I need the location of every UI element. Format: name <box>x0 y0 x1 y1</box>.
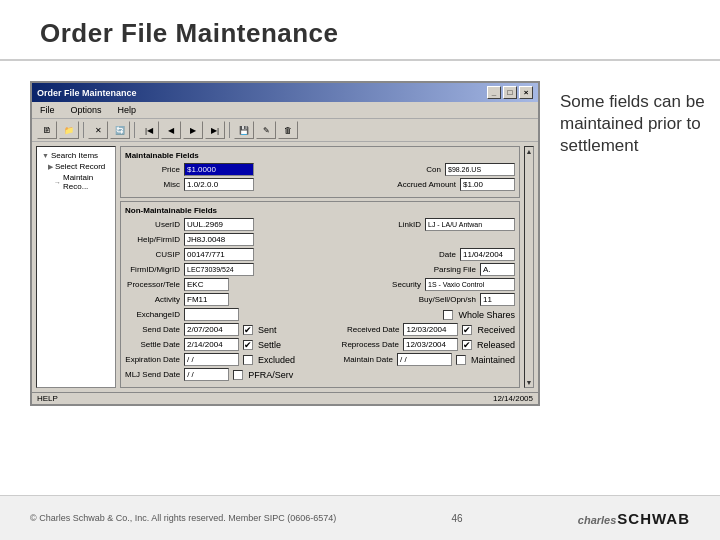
nm-row-activity: Activity FM11 Buy/Sell/Opn/sh 11 <box>125 293 515 306</box>
maximize-button[interactable]: □ <box>503 86 517 99</box>
input-misc[interactable]: 1.0/2.0.0 <box>184 178 254 191</box>
maintainable-title: Maintainable Fields <box>125 151 515 160</box>
checkbox-pfraserv[interactable] <box>233 370 243 380</box>
label-receiveddate: Received Date <box>347 325 399 334</box>
nav-arrow-2: ▶ <box>48 163 53 171</box>
nm-row-expiration: Expiration Date / / Excluded Maintain Da… <box>125 353 515 366</box>
label-misc: Misc <box>125 180 180 189</box>
label-wholeshares: Whole Shares <box>458 310 515 320</box>
label-senddate: Send Date <box>125 325 180 334</box>
input-security: 1S - Vaxio Control <box>425 278 515 291</box>
nm-row-processor: Processor/Tele EKC Security 1S - Vaxio C… <box>125 278 515 291</box>
callout-text: Some fields can be maintained prior to s… <box>560 91 710 157</box>
label-reprocessdate: Reprocess Date <box>342 340 399 349</box>
label-helpfirmid: Help/FirmID <box>125 235 180 244</box>
minimize-button[interactable]: _ <box>487 86 501 99</box>
main-content: Order File Maintenance _ □ × File Option… <box>0 61 720 426</box>
toolbar-nav-prev[interactable]: ◀ <box>161 121 181 139</box>
input-exchangeid <box>184 308 239 321</box>
label-settle: Settle <box>258 340 281 350</box>
checkbox-maintained[interactable] <box>456 355 466 365</box>
footer-page-number: 46 <box>451 513 462 524</box>
nav-item-search[interactable]: ▼ Search Items <box>40 150 112 161</box>
toolbar-btn-4[interactable]: 🔄 <box>110 121 130 139</box>
scroll-up-button[interactable]: ▲ <box>525 147 534 156</box>
input-accrued[interactable]: $1.00 <box>460 178 515 191</box>
label-sent: Sent <box>258 325 277 335</box>
nm-row-settledate: Settle Date 2/14/2004 ✔ Settle Reprocess… <box>125 338 515 351</box>
maintainable-row-1: Price $1.0000 Con $98.26.US <box>125 163 515 176</box>
toolbar: 🖹 📁 ✕ 🔄 |◀ ◀ ▶ ▶| 💾 ✎ 🗑 <box>32 119 538 142</box>
nm-row-firmid: FirmID/MigrID LEC73039/524 Parsing File … <box>125 263 515 276</box>
input-price[interactable]: $1.0000 <box>184 163 254 176</box>
nav-label-maintain: Maintain Reco... <box>63 173 110 191</box>
toolbar-nav-next2[interactable]: ▶| <box>205 121 225 139</box>
label-mljsenddate: MLJ Send Date <box>125 370 180 379</box>
scrollbar-vertical[interactable]: ▲ ▼ <box>524 146 534 388</box>
nm-row-exchangeid: ExchangeID Whole Shares <box>125 308 515 321</box>
input-con[interactable]: $98.26.US <box>445 163 515 176</box>
nav-label-select: Select Record <box>55 162 105 171</box>
label-processor: Processor/Tele <box>125 280 180 289</box>
label-maintained: Maintained <box>471 355 515 365</box>
checkbox-wholeshares[interactable] <box>443 310 453 320</box>
input-linkid: LJ - LA/U Antwan <box>425 218 515 231</box>
label-maintaindate: Maintain Date <box>344 355 393 364</box>
nm-row-senddate: Send Date 2/07/2004 ✔ Sent Received Date… <box>125 323 515 336</box>
checkbox-settle[interactable]: ✔ <box>243 340 253 350</box>
footer-logo-schwab: SCHWAB <box>617 510 690 527</box>
dialog-titlebar: Order File Maintenance _ □ × <box>32 83 538 102</box>
input-reprocessdate: 12/03/2004 <box>403 338 458 351</box>
label-parsingfile: Parsing File <box>434 265 476 274</box>
toolbar-btn-5[interactable]: 💾 <box>234 121 254 139</box>
toolbar-btn-7[interactable]: 🗑 <box>278 121 298 139</box>
checkbox-released[interactable]: ✔ <box>462 340 472 350</box>
status-left: HELP <box>37 394 58 403</box>
toolbar-btn-1[interactable]: 🖹 <box>37 121 57 139</box>
label-cusip: CUSIP <box>125 250 180 259</box>
page-title-area: Order File Maintenance <box>0 0 720 61</box>
toolbar-sep-2 <box>134 122 135 138</box>
toolbar-btn-2[interactable]: 📁 <box>59 121 79 139</box>
label-released: Released <box>477 340 515 350</box>
label-buysell: Buy/Sell/Opn/sh <box>419 295 476 304</box>
nm-row-userid: UserID UUL.2969 LinkID LJ - LA/U Antwan <box>125 218 515 231</box>
menu-file[interactable]: File <box>37 104 58 116</box>
checkbox-excluded[interactable] <box>243 355 253 365</box>
toolbar-nav-next[interactable]: ▶ <box>183 121 203 139</box>
label-exchangeid: ExchangeID <box>125 310 180 319</box>
dialog-window: Order File Maintenance _ □ × File Option… <box>30 81 540 406</box>
close-button[interactable]: × <box>519 86 533 99</box>
label-expirationdate: Expiration Date <box>125 355 180 364</box>
form-area: Maintainable Fields Price $1.0000 Con $9… <box>120 146 520 388</box>
scroll-down-button[interactable]: ▼ <box>525 378 534 387</box>
toolbar-btn-6[interactable]: ✎ <box>256 121 276 139</box>
maintainable-row-2: Misc 1.0/2.0.0 Accrued Amount $1.00 <box>125 178 515 191</box>
nav-label-search: Search Items <box>51 151 98 160</box>
input-userid: UUL.2969 <box>184 218 254 231</box>
footer-copyright: © Charles Schwab & Co., Inc. All rights … <box>30 513 336 523</box>
input-mljsenddate: / / <box>184 368 229 381</box>
nav-arrow-1: ▼ <box>42 152 49 159</box>
toolbar-nav-prev2[interactable]: |◀ <box>139 121 159 139</box>
checkbox-received[interactable]: ✔ <box>462 325 472 335</box>
footer: © Charles Schwab & Co., Inc. All rights … <box>0 495 720 540</box>
menu-bar: File Options Help <box>32 102 538 119</box>
menu-options[interactable]: Options <box>68 104 105 116</box>
nav-item-maintain[interactable]: → Maintain Reco... <box>40 172 112 192</box>
label-date: Date <box>416 250 456 259</box>
label-linkid: LinkID <box>381 220 421 229</box>
checkbox-sent[interactable]: ✔ <box>243 325 253 335</box>
input-date: 11/04/2004 <box>460 248 515 261</box>
page-title: Order File Maintenance <box>40 18 680 49</box>
input-processor: EKC <box>184 278 229 291</box>
nm-row-helpfirmid: Help/FirmID JH8J.0048 <box>125 233 515 246</box>
menu-help[interactable]: Help <box>115 104 140 116</box>
nav-item-select[interactable]: ▶ Select Record <box>40 161 112 172</box>
input-settledate: 2/14/2004 <box>184 338 239 351</box>
label-settledate: Settle Date <box>125 340 180 349</box>
label-accrued: Accrued Amount <box>397 180 456 189</box>
screenshot-area: Order File Maintenance _ □ × File Option… <box>30 81 540 406</box>
toolbar-btn-3[interactable]: ✕ <box>88 121 108 139</box>
footer-logo: charles SCHWAB <box>578 510 690 527</box>
